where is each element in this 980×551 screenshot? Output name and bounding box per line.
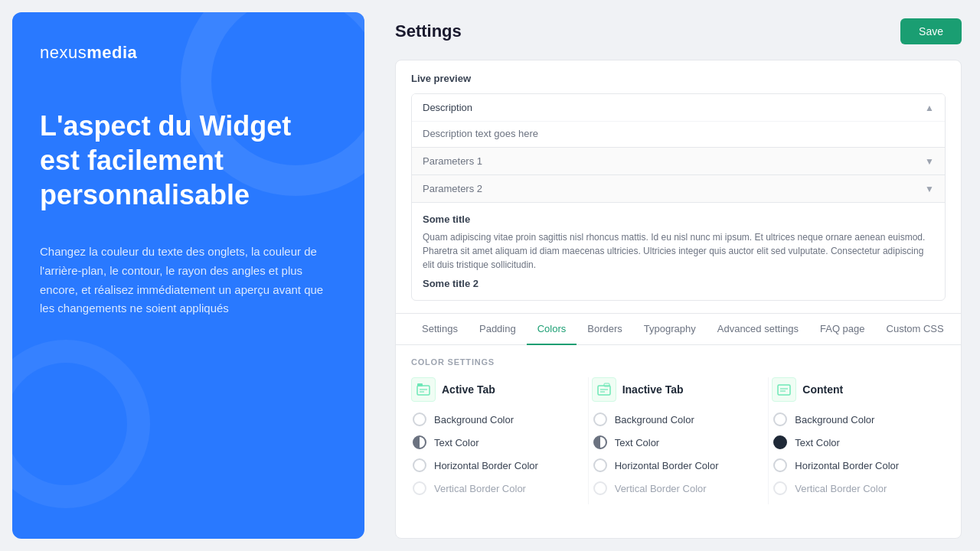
- logo-prefix: nexus: [40, 43, 87, 62]
- content-title: Content: [802, 383, 843, 396]
- color-column-header-content: Content: [772, 377, 946, 402]
- save-button[interactable]: Save: [900, 18, 962, 44]
- content-bg-radio[interactable]: [773, 412, 787, 426]
- chevron-down-icon: ▼: [925, 156, 934, 167]
- content-text-color[interactable]: Text Color: [772, 435, 946, 449]
- settings-tabs: Settings Padding Colors Borders Typograp…: [396, 314, 961, 345]
- active-tab-bg-color[interactable]: Background Color: [411, 412, 585, 426]
- tab-padding[interactable]: Padding: [469, 314, 527, 345]
- accordion-header-params1[interactable]: Parameters 1 ▼: [412, 148, 945, 174]
- main-card: Live preview Description ▲ Description t…: [395, 60, 962, 539]
- preview-widget: Description ▲ Description text goes here…: [411, 93, 946, 301]
- active-tab-h-border-radio[interactable]: [413, 458, 426, 472]
- preview-body-text: Quam adipiscing vitae proin sagittis nis…: [423, 230, 934, 272]
- tab-custom-css[interactable]: Custom CSS: [876, 314, 955, 345]
- active-tab-title: Active Tab: [442, 383, 495, 396]
- accordion-body-description: Description text goes here: [412, 121, 945, 147]
- accordion-header-params2[interactable]: Parameters 2 ▼: [412, 175, 945, 202]
- live-preview-section: Live preview Description ▲ Description t…: [396, 60, 961, 314]
- active-tab-text-radio[interactable]: [413, 435, 426, 449]
- inactive-tab-v-border-radio[interactable]: [593, 481, 607, 495]
- svg-rect-0: [417, 386, 430, 395]
- hero-title: L'aspect du Widget est facilement person…: [40, 109, 337, 212]
- active-tab-v-border-color[interactable]: Vertical Border Color: [411, 481, 585, 495]
- hero-description: Changez la couleur du texte des onglets,…: [40, 243, 337, 318]
- logo: nexusmedia: [40, 43, 337, 63]
- content-v-border-color[interactable]: Vertical Border Color: [772, 481, 946, 495]
- chevron-up-icon: ▲: [925, 103, 934, 113]
- content-icon: [772, 377, 796, 402]
- color-settings-title: COLOR SETTINGS: [411, 357, 946, 367]
- page-header: Settings Save: [395, 18, 962, 44]
- content-v-border-radio[interactable]: [773, 481, 787, 495]
- content-bg-label: Background Color: [795, 414, 874, 425]
- content-bg-color[interactable]: Background Color: [772, 412, 946, 426]
- left-panel: nexusmedia L'aspect du Widget est facile…: [12, 12, 364, 539]
- content-v-border-label: Vertical Border Color: [795, 483, 887, 494]
- color-column-inactive-tab: Inactive Tab Background Color Text Color…: [592, 377, 766, 504]
- svg-rect-4: [598, 386, 610, 395]
- color-column-header-inactive-tab: Inactive Tab: [592, 377, 766, 402]
- active-tab-bg-radio[interactable]: [413, 412, 426, 426]
- inactive-tab-v-border-label: Vertical Border Color: [615, 483, 707, 494]
- inactive-tab-title: Inactive Tab: [622, 383, 684, 396]
- color-columns: Active Tab Background Color Text Color H…: [411, 377, 946, 504]
- tab-advanced-settings[interactable]: Advanced settings: [707, 314, 809, 345]
- tab-colors[interactable]: Colors: [527, 314, 577, 345]
- color-settings-panel: COLOR SETTINGS Active Tab: [396, 345, 961, 538]
- inactive-tab-bg-label: Background Color: [615, 414, 694, 425]
- color-column-active-tab: Active Tab Background Color Text Color H…: [411, 377, 585, 504]
- inactive-tab-text-color[interactable]: Text Color: [592, 435, 766, 449]
- inactive-tab-text-label: Text Color: [615, 437, 660, 448]
- active-tab-text-label: Text Color: [434, 437, 479, 448]
- accordion-item-description: Description ▲ Description text goes here: [412, 94, 945, 148]
- logo-suffix: media: [87, 43, 137, 62]
- active-tab-v-border-radio[interactable]: [413, 481, 426, 495]
- accordion-label-params1: Parameters 1: [423, 155, 482, 167]
- svg-rect-1: [417, 383, 423, 386]
- color-column-header-active-tab: Active Tab: [411, 377, 585, 402]
- active-tab-h-border-label: Horizontal Border Color: [434, 460, 538, 471]
- accordion-item-params2: Parameters 2 ▼: [412, 175, 945, 203]
- divider-2: [768, 377, 769, 504]
- accordion-item-params1: Parameters 1 ▼: [412, 148, 945, 175]
- inactive-tab-bg-radio[interactable]: [593, 412, 607, 426]
- accordion-label-params2: Parameters 2: [423, 183, 482, 194]
- content-h-border-label: Horizontal Border Color: [795, 460, 899, 471]
- active-tab-icon: [411, 377, 436, 402]
- content-text-radio[interactable]: [773, 435, 787, 449]
- color-column-content: Content Background Color Text Color Hori…: [772, 377, 946, 504]
- live-preview-label: Live preview: [411, 73, 946, 84]
- svg-rect-8: [778, 385, 790, 395]
- content-h-border-color[interactable]: Horizontal Border Color: [772, 458, 946, 472]
- tab-faq-page[interactable]: FAQ page: [809, 314, 876, 345]
- tab-typography[interactable]: Typography: [633, 314, 707, 345]
- tab-settings[interactable]: Settings: [411, 314, 469, 345]
- active-tab-text-color[interactable]: Text Color: [411, 435, 585, 449]
- inactive-tab-h-border-radio[interactable]: [593, 458, 607, 472]
- right-panel: Settings Save Live preview Description ▲…: [377, 0, 980, 551]
- inactive-tab-icon: [592, 377, 616, 402]
- inactive-tab-v-border-color[interactable]: Vertical Border Color: [592, 481, 766, 495]
- inactive-tab-h-border-label: Horizontal Border Color: [615, 460, 719, 471]
- preview-heading2: Some title 2: [423, 276, 934, 292]
- preview-text-section: Some title Quam adipiscing vitae proin s…: [412, 203, 945, 300]
- active-tab-h-border-color[interactable]: Horizontal Border Color: [411, 458, 585, 472]
- content-h-border-radio[interactable]: [773, 458, 787, 472]
- inactive-tab-text-radio[interactable]: [593, 435, 607, 449]
- active-tab-bg-label: Background Color: [434, 414, 514, 425]
- tab-borders[interactable]: Borders: [577, 314, 633, 345]
- accordion-header-description[interactable]: Description ▲: [412, 94, 945, 121]
- active-tab-v-border-label: Vertical Border Color: [434, 483, 526, 494]
- inactive-tab-h-border-color[interactable]: Horizontal Border Color: [592, 458, 766, 472]
- divider-1: [588, 377, 589, 504]
- page-title: Settings: [395, 21, 462, 41]
- accordion-label-description: Description: [423, 102, 472, 113]
- chevron-down-icon-2: ▼: [925, 184, 934, 194]
- preview-heading: Some title: [423, 212, 934, 227]
- content-text-label: Text Color: [795, 437, 840, 448]
- inactive-tab-bg-color[interactable]: Background Color: [592, 412, 766, 426]
